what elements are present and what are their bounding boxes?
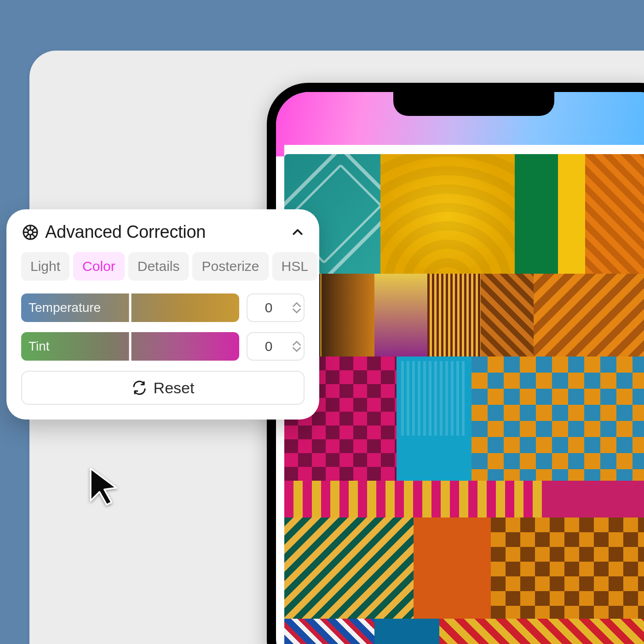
svg-point-1 [28, 230, 33, 235]
temperature-value-box[interactable]: 0 [247, 293, 305, 322]
tint-handle[interactable] [129, 332, 132, 361]
temperature-stepper[interactable] [290, 302, 304, 313]
svg-line-6 [25, 227, 29, 230]
temperature-label: Temperature [29, 300, 101, 315]
svg-line-8 [32, 227, 35, 230]
temperature-row: Temperature 0 [21, 293, 305, 322]
reset-label: Reset [154, 379, 195, 397]
reset-button[interactable]: Reset [21, 371, 305, 405]
tint-slider[interactable]: Tint [21, 332, 239, 361]
phone-notch [393, 92, 554, 116]
tab-details[interactable]: Details [128, 252, 189, 281]
chevron-up-icon[interactable] [293, 341, 301, 346]
tab-hsl[interactable]: HSL [272, 252, 317, 281]
tint-row: Tint 0 [21, 332, 305, 361]
chevron-up-icon[interactable] [293, 302, 301, 308]
chevron-down-icon[interactable] [293, 308, 301, 313]
panel-header[interactable]: Advanced Correction [21, 222, 305, 242]
temperature-value: 0 [247, 300, 290, 316]
tab-light[interactable]: Light [21, 252, 69, 281]
svg-line-7 [32, 234, 35, 237]
phone-screen [276, 92, 644, 644]
temperature-handle[interactable] [129, 293, 132, 322]
temperature-slider[interactable]: Temperature [21, 293, 239, 322]
tint-label: Tint [29, 339, 50, 354]
edited-photo [284, 154, 644, 644]
tint-value: 0 [247, 339, 290, 354]
reset-icon [132, 380, 147, 396]
tint-value-box[interactable]: 0 [247, 332, 305, 361]
chevron-down-icon[interactable] [293, 346, 301, 352]
chevron-up-icon[interactable] [291, 225, 305, 239]
advanced-correction-panel: Advanced Correction Light Color Details … [6, 209, 319, 420]
screen-content [284, 145, 644, 644]
gear-icon [21, 223, 40, 242]
tint-stepper[interactable] [290, 341, 304, 352]
panel-title: Advanced Correction [45, 222, 285, 242]
tab-color[interactable]: Color [73, 252, 125, 281]
phone-mockup [267, 83, 644, 644]
tab-posterize[interactable]: Posterize [192, 252, 268, 281]
tab-bar: Light Color Details Posterize HSL [21, 252, 305, 281]
svg-line-9 [25, 234, 29, 237]
